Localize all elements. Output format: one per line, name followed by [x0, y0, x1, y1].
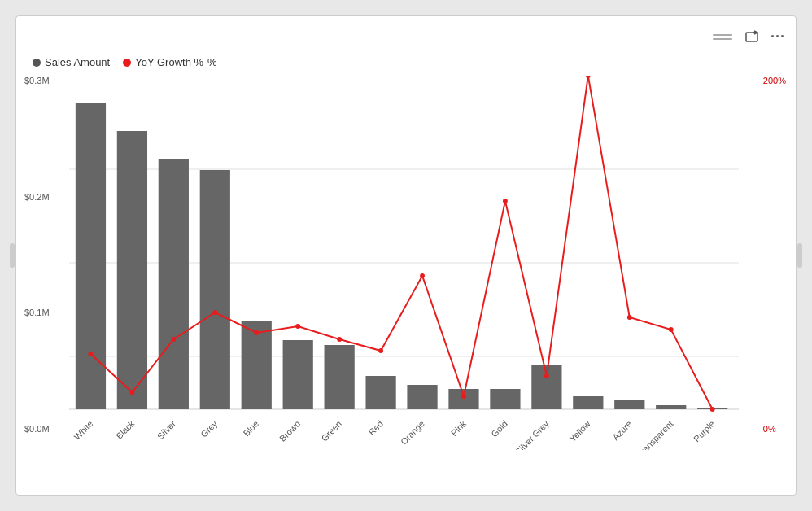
yoy-dot-red — [378, 348, 383, 353]
yoy-dot-pink — [461, 394, 466, 399]
yoy-dot-azure — [627, 315, 632, 320]
top-icons: ··· — [742, 27, 788, 46]
resize-handle-right[interactable] — [797, 243, 802, 268]
x-label-transparent: Transparent — [635, 418, 674, 450]
bar-pink — [448, 389, 478, 409]
bar-azure — [614, 400, 644, 409]
x-label-black: Black — [114, 418, 136, 441]
y-axis-right: 200% 0% — [763, 76, 786, 450]
x-label-azure: Azure — [610, 418, 633, 442]
bar-gold — [490, 389, 520, 409]
y-right-label-1: 0% — [763, 424, 776, 434]
yoy-dot-purple — [710, 407, 715, 412]
x-label-red: Red — [367, 418, 385, 437]
bar-grey — [200, 170, 230, 409]
x-label-green: Green — [319, 418, 343, 443]
bar-yellow — [573, 396, 603, 409]
yoy-dot-black — [129, 390, 134, 395]
x-label-brown: Brown — [277, 418, 302, 443]
yoy-dot-green — [337, 337, 342, 342]
sales-legend-dot — [33, 59, 41, 67]
x-label-pink: Pink — [449, 418, 469, 438]
yoy-dot-orange — [420, 273, 425, 278]
bar-orange — [407, 385, 437, 409]
yoy-dot-transparent — [669, 327, 674, 332]
x-label-silver-grey: Silver Grey — [513, 418, 551, 450]
bar-red — [365, 376, 395, 409]
x-label-grey: Grey — [199, 418, 219, 439]
y-left-label-2: $0.1M — [24, 308, 50, 317]
legend: Sales Amount YoY Growth % % — [24, 53, 788, 72]
yoy-dot-silver — [171, 337, 176, 342]
y-left-label-1: $0.2M — [24, 192, 50, 202]
x-label-gold: Gold — [489, 418, 509, 439]
yoy-legend-dot — [123, 59, 131, 67]
yoy-dot-grey — [212, 310, 217, 315]
x-label-blue: Blue — [241, 418, 260, 438]
expand-icon[interactable] — [742, 27, 762, 46]
chart-area: $0.3M $0.2M $0.1M $0.0M 200% 0% — [69, 76, 739, 450]
bar-green — [325, 345, 355, 409]
x-label-purple: Purple — [692, 418, 716, 443]
chart-container: ··· Sales Amount YoY Growth % % $0.3M $0… — [15, 15, 797, 496]
yoy-dot-brown — [295, 324, 300, 329]
drag-handle[interactable] — [713, 34, 732, 40]
bar-black — [117, 131, 147, 409]
x-label-yellow: Yellow — [568, 418, 592, 443]
bar-brown — [283, 340, 313, 409]
bar-transparent — [656, 405, 686, 409]
sales-legend-label: Sales Amount — [45, 56, 110, 68]
yoy-dot-silver-grey — [544, 373, 549, 378]
y-right-label-0: 200% — [763, 76, 786, 85]
bar-silver — [159, 159, 189, 409]
yoy-legend-label: YoY Growth % — [135, 56, 203, 68]
more-options-icon[interactable]: ··· — [768, 27, 788, 46]
x-label-white: White — [72, 418, 94, 441]
y-axis-left: $0.3M $0.2M $0.1M $0.0M — [24, 76, 50, 450]
legend-item-sales: Sales Amount — [33, 56, 110, 68]
x-label-orange: Orange — [399, 418, 426, 446]
yoy-dot-yellow — [586, 76, 591, 78]
yoy-percent-sign: % — [207, 56, 217, 68]
x-label-silver: Silver — [155, 418, 178, 441]
y-left-label-3: $0.0M — [24, 424, 50, 434]
yoy-dot-white — [89, 352, 94, 356]
resize-handle-left[interactable] — [10, 243, 15, 268]
top-bar: ··· — [24, 24, 788, 49]
chart-svg: White Black Silver Grey Blue Brown Green… — [69, 76, 739, 450]
yoy-dot-blue — [254, 330, 259, 335]
legend-item-yoy: YoY Growth % % — [123, 56, 216, 68]
yoy-dot-gold — [503, 199, 508, 203]
y-left-label-0: $0.3M — [24, 76, 50, 85]
